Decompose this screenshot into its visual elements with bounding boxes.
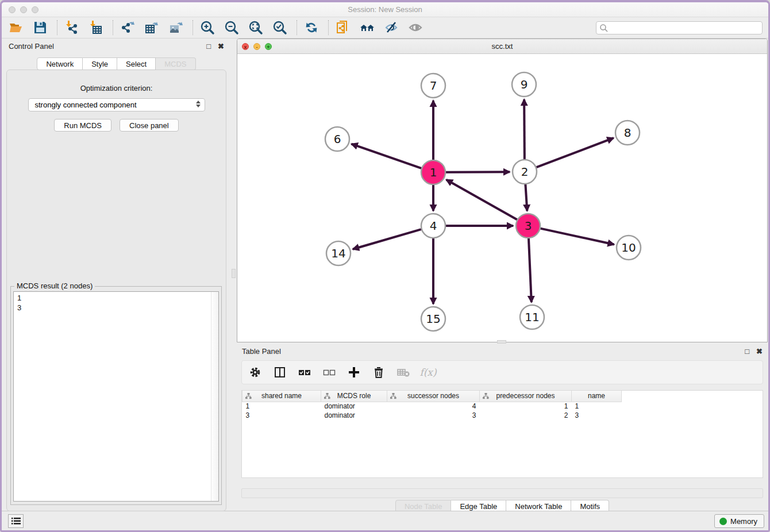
control-tab-mcds[interactable]: MCDS <box>156 57 195 70</box>
graph-node-8[interactable]: 8 <box>615 121 640 145</box>
zoom-out-icon[interactable] <box>223 19 240 36</box>
delete-table-icon[interactable] <box>396 365 411 380</box>
add-column-icon[interactable] <box>346 365 361 380</box>
graph-node-1[interactable]: 1 <box>421 160 445 184</box>
column-header-successor-nodes[interactable]: successor nodes <box>387 391 480 402</box>
search-field[interactable] <box>596 21 763 34</box>
edge-3-10[interactable] <box>540 229 614 245</box>
refresh-icon[interactable] <box>303 19 320 36</box>
table-cell[interactable]: 3 <box>242 411 321 420</box>
mcds-result-list[interactable]: 1 3 <box>13 291 219 502</box>
table-options-icon[interactable] <box>248 365 263 380</box>
edge-2-8[interactable] <box>537 138 614 167</box>
graph-node-15[interactable]: 15 <box>421 307 445 331</box>
home-layout-icon[interactable] <box>359 19 376 36</box>
close-panel-button[interactable]: Close panel <box>120 119 179 132</box>
delete-column-icon[interactable] <box>371 365 386 380</box>
column-header-predecessor-nodes[interactable]: predecessor nodes <box>480 391 572 402</box>
network-canvas[interactable]: 7968124314101511 <box>237 54 767 342</box>
zoom-selected-icon[interactable] <box>271 19 288 36</box>
optimization-criterion-select[interactable]: strongly connected component <box>28 98 205 111</box>
main-toolbar <box>2 17 768 38</box>
hide-graphics-icon[interactable] <box>383 19 400 36</box>
search-input[interactable] <box>609 24 762 32</box>
table-float-panel-icon[interactable]: □ <box>745 348 749 355</box>
graph-node-14[interactable]: 14 <box>326 241 351 265</box>
result-scrollbar[interactable] <box>211 292 218 501</box>
table-row[interactable]: 1dominator411 <box>242 402 622 411</box>
horizontal-splitter-handle[interactable] <box>497 340 506 344</box>
export-network-icon[interactable] <box>119 19 136 36</box>
control-tab-network[interactable]: Network <box>37 57 83 70</box>
graph-node-4[interactable]: 4 <box>421 214 445 238</box>
control-tab-style[interactable]: Style <box>83 57 117 70</box>
network-window-title: scc.txt <box>237 42 767 51</box>
table-row[interactable]: 3dominator323 <box>242 411 622 420</box>
zoom-in-icon[interactable] <box>199 19 216 36</box>
open-session-icon[interactable] <box>7 19 25 36</box>
column-header-shared-name[interactable]: shared name <box>242 391 321 402</box>
column-header-MCDS-role[interactable]: MCDS role <box>321 391 387 402</box>
table-close-panel-icon[interactable]: ✖ <box>756 348 763 355</box>
save-session-icon[interactable] <box>32 19 49 36</box>
svg-text:15: 15 <box>426 312 440 326</box>
edge-2-9[interactable] <box>524 99 525 159</box>
svg-text:14: 14 <box>331 246 345 260</box>
node-table-grid[interactable]: shared nameMCDS rolesuccessor nodesprede… <box>242 391 622 420</box>
table-cell[interactable]: 3 <box>387 411 480 420</box>
table-cell[interactable]: dominator <box>321 411 387 420</box>
graph-node-2[interactable]: 2 <box>513 160 537 184</box>
import-table-icon[interactable] <box>87 19 105 36</box>
copy-network-icon[interactable] <box>334 19 352 36</box>
graph-node-11[interactable]: 11 <box>520 305 544 329</box>
edge-4-14[interactable] <box>353 229 421 249</box>
edge-3-1[interactable] <box>446 180 517 219</box>
network-graph[interactable]: 7968124314101511 <box>237 54 767 342</box>
table-cell[interactable]: 1 <box>480 402 572 411</box>
function-builder-icon[interactable]: f(x) <box>421 365 436 380</box>
graph-node-3[interactable]: 3 <box>516 214 540 238</box>
table-horizontal-scrollbar[interactable] <box>241 488 763 498</box>
control-panel: Control Panel □ ✖ NetworkStyleSelectMCDS… <box>2 38 231 513</box>
float-panel-icon[interactable]: □ <box>206 43 211 50</box>
node-table[interactable]: shared nameMCDS rolesuccessor nodesprede… <box>241 390 763 478</box>
export-image-icon[interactable] <box>167 19 184 36</box>
edge-3-11[interactable] <box>529 238 532 302</box>
control-tab-select[interactable]: Select <box>117 57 156 70</box>
export-table-icon[interactable] <box>143 19 160 36</box>
graph-node-7[interactable]: 7 <box>421 74 445 98</box>
table-cell[interactable]: dominator <box>321 402 387 411</box>
close-panel-icon[interactable]: ✖ <box>218 43 224 50</box>
memory-button[interactable]: Memory <box>714 514 764 528</box>
select-all-icon[interactable] <box>297 365 312 380</box>
graph-node-6[interactable]: 6 <box>325 127 349 151</box>
svg-text:7: 7 <box>430 79 437 92</box>
zoom-fit-icon[interactable] <box>247 19 264 36</box>
deselect-all-icon[interactable] <box>322 365 337 380</box>
table-cell[interactable]: 2 <box>480 411 572 420</box>
table-cell[interactable]: 1 <box>572 402 622 411</box>
vertical-splitter-handle[interactable] <box>232 269 236 278</box>
task-history-button[interactable] <box>8 514 24 528</box>
svg-text:11: 11 <box>525 310 539 324</box>
table-cell[interactable]: 4 <box>387 402 480 411</box>
show-graphics-icon[interactable] <box>407 19 424 36</box>
import-network-icon[interactable] <box>63 19 80 36</box>
table-cell[interactable]: 3 <box>572 411 622 420</box>
graph-node-9[interactable]: 9 <box>512 72 536 97</box>
toolbar-separator <box>328 20 329 35</box>
toolbar-separator <box>192 20 193 35</box>
run-mcds-button[interactable]: Run MCDS <box>54 119 111 132</box>
table-panel: Table Panel □ ✖ <box>237 344 768 514</box>
edge-1-6[interactable] <box>352 144 422 168</box>
search-icon <box>599 24 609 33</box>
graph-node-10[interactable]: 10 <box>617 236 641 260</box>
network-window-titlebar[interactable]: x - + scc.txt <box>237 39 767 54</box>
control-panel-tabs: NetworkStyleSelectMCDS <box>2 57 231 70</box>
show-columns-icon[interactable] <box>272 365 287 380</box>
edge-2-3[interactable] <box>525 184 527 211</box>
table-cell[interactable]: 1 <box>242 402 321 411</box>
column-header-name[interactable]: name <box>572 391 622 402</box>
table-panel-title: Table Panel <box>242 347 281 356</box>
edge-1-2[interactable] <box>446 172 510 172</box>
